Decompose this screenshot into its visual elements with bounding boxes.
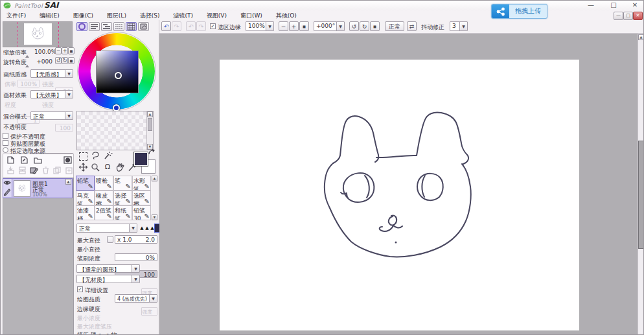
foreground-color-swatch[interactable]: [133, 152, 148, 167]
hand-tool[interactable]: [115, 163, 125, 172]
view-normal-button[interactable]: 正常: [385, 21, 404, 31]
scratchpad-tab[interactable]: [138, 22, 149, 31]
brush-eraser[interactable]: 橡皮擦✎: [95, 191, 113, 205]
selection-edge-checkbox[interactable]: ✓: [210, 23, 216, 29]
menu-edit[interactable]: 编辑(E): [34, 10, 65, 20]
min-diameter-slider[interactable]: 0%: [115, 253, 157, 261]
brush-shape-select[interactable]: 【通常的圆形】 ▼: [76, 264, 140, 273]
material-effect-select[interactable]: 【无效果】 ▼: [30, 90, 73, 98]
brush-select-eraser[interactable]: 选区擦✎: [132, 191, 151, 205]
brush-pen[interactable]: 笔✎: [113, 176, 132, 191]
swap-colors-icon[interactable]: [148, 149, 155, 156]
menu-layer[interactable]: 图层(L): [101, 10, 132, 20]
view-angle-combo[interactable]: +000° ▼: [314, 21, 345, 31]
copy-layer-icon[interactable]: [53, 167, 62, 174]
view-zoom-combo[interactable]: 100% ▼: [246, 21, 274, 31]
selection-source-radio[interactable]: [3, 147, 8, 153]
quality-select[interactable]: 4 (品质优先) ▼: [115, 294, 157, 303]
canvas-vertical-scrollbar[interactable]: ▲: [638, 34, 644, 335]
brush-select-pen[interactable]: 选择笔✎: [113, 191, 132, 205]
rgb-sliders-tab[interactable]: [89, 22, 100, 31]
brush-texture-select[interactable]: 【无材质】 ▼: [76, 275, 140, 283]
window-maximize-button[interactable]: □: [606, 1, 621, 9]
flip-view-button[interactable]: ⇄: [407, 21, 417, 31]
hsv-sliders-tab[interactable]: [101, 22, 112, 31]
rect-select-tool[interactable]: [78, 151, 88, 161]
navigator-zoom-in-button[interactable]: +: [62, 47, 68, 54]
menu-select[interactable]: 选择(S): [134, 10, 166, 20]
undo-button[interactable]: ↶: [161, 21, 171, 31]
protect-opacity-checkbox[interactable]: [3, 133, 8, 139]
paste-layer-icon[interactable]: [65, 167, 73, 174]
rotate-cw-button[interactable]: ↻: [360, 21, 369, 31]
drawing-canvas[interactable]: [220, 60, 579, 330]
brush-pencil[interactable]: 铅笔✎: [76, 176, 95, 191]
detail-settings-checkbox[interactable]: ✓: [77, 286, 83, 292]
blend-mode-select[interactable]: 正常 ▼: [30, 111, 73, 120]
brush-scroll-down-button[interactable]: ▼: [152, 214, 157, 220]
view-angle-dropdown-icon[interactable]: ▼: [336, 22, 344, 30]
transfer-down-icon[interactable]: [6, 167, 15, 174]
clear-layer-icon[interactable]: [30, 167, 38, 174]
layer-row-selected[interactable]: 图层1 正常 100%: [3, 178, 73, 198]
doc-minimize-button[interactable]: —: [614, 12, 623, 20]
navigator-rotate-cw-button[interactable]: ↻: [62, 57, 68, 64]
selection-undo-button[interactable]: ↶: [186, 21, 196, 31]
swatches-tab[interactable]: [126, 22, 137, 31]
saturation-value-square[interactable]: [96, 51, 139, 93]
brush-binary-pen[interactable]: 2值笔✎: [95, 205, 113, 220]
zoom-reset-button[interactable]: ◼: [299, 21, 309, 31]
view-zoom-dropdown-icon[interactable]: ▼: [266, 22, 273, 30]
drag-upload-button[interactable]: 拖拽上传: [491, 4, 547, 19]
brush-edge-mid-icon[interactable]: ▲: [144, 224, 150, 232]
swatches-scrollbar[interactable]: ▲ ▼: [146, 111, 153, 150]
menu-view[interactable]: 视图(V): [201, 10, 233, 20]
material-effect-dropdown-icon[interactable]: ▼: [65, 91, 73, 98]
navigator-zoom-slider-handle[interactable]: [25, 55, 29, 58]
canvas-scroll-up-icon[interactable]: ▲: [638, 34, 644, 40]
swatches-scroll-thumb[interactable]: [148, 118, 152, 131]
zoom-in-button[interactable]: +: [289, 21, 299, 31]
new-folder-icon[interactable]: [34, 156, 42, 164]
brush-edge-soft-icon[interactable]: ▲: [139, 224, 144, 232]
brush-washi[interactable]: 和纸笔✎: [113, 205, 132, 220]
navigator-rotate-slider-handle[interactable]: [25, 65, 29, 67]
zoom-out-button[interactable]: −: [279, 21, 288, 31]
paper-texture-dropdown-icon[interactable]: ▼: [65, 70, 73, 77]
menu-file[interactable]: 文件(F): [1, 10, 32, 20]
zoom-tool[interactable]: [90, 163, 100, 172]
selection-redo-button[interactable]: ↷: [196, 21, 206, 31]
doc-restore-button[interactable]: □: [623, 12, 633, 20]
layer-paint-target-toggle[interactable]: [3, 188, 12, 197]
brush-texture-dropdown-icon[interactable]: ▼: [132, 275, 139, 283]
brush-blend-select[interactable]: 正常 ▼: [76, 224, 137, 233]
navigator-zoom-reset-button[interactable]: ◼: [68, 47, 75, 54]
window-close-button[interactable]: ✕: [628, 1, 642, 9]
canvas-workspace[interactable]: ▲: [159, 33, 644, 335]
rotate-reset-button[interactable]: ◼: [370, 21, 380, 31]
doc-close-button[interactable]: ✕: [633, 12, 643, 20]
window-minimize-button[interactable]: —: [584, 1, 598, 9]
menu-image[interactable]: 图像(C): [67, 10, 99, 20]
sv-cursor[interactable]: [115, 72, 122, 79]
layer-visible-toggle[interactable]: [3, 179, 12, 189]
move-tool[interactable]: [78, 163, 88, 172]
swatches-panel[interactable]: ▲ ▼: [76, 111, 154, 150]
layer-scroll-up-button[interactable]: ▲: [65, 179, 71, 185]
max-diameter-slider[interactable]: x 1.0 2.0: [115, 235, 157, 244]
redo-button[interactable]: ↷: [172, 21, 181, 31]
magic-wand-tool[interactable]: [102, 151, 113, 161]
rotate-ccw-button[interactable]: ↺: [349, 21, 359, 31]
lasso-tool[interactable]: [90, 151, 100, 161]
navigator-preview[interactable]: [3, 21, 73, 47]
menu-other[interactable]: 其他(O): [270, 10, 303, 20]
clipping-mask-checkbox[interactable]: [3, 140, 8, 146]
brush-marker[interactable]: 马克笔✎: [76, 191, 95, 205]
color-wheel-tab[interactable]: [76, 22, 87, 31]
navigator-rotate-ccw-button[interactable]: ↺: [55, 57, 62, 64]
rotate-view-tool[interactable]: Ω: [102, 163, 113, 172]
navigator-rotate-reset-button[interactable]: ◼: [68, 57, 75, 64]
brush-blend-dropdown-icon[interactable]: ▼: [129, 224, 137, 232]
quality-dropdown-icon[interactable]: ▼: [149, 295, 157, 302]
brush-pencil30[interactable]: 铅笔30✎: [132, 205, 151, 220]
